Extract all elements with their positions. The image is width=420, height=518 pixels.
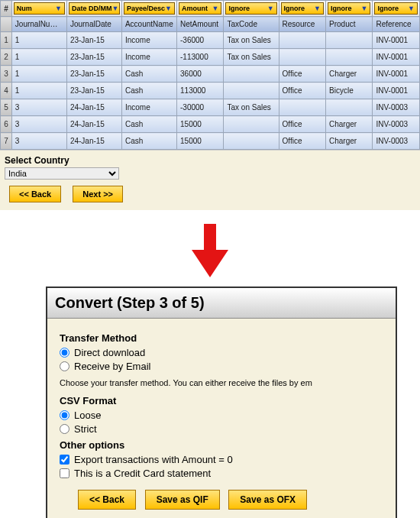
- country-select[interactable]: India: [5, 167, 119, 180]
- column-header: Reference: [373, 17, 420, 32]
- cell: 23-Jan-15: [66, 66, 121, 83]
- cell: 24-Jan-15: [66, 133, 121, 150]
- cell: 113000: [177, 83, 224, 99]
- save-ofx-button[interactable]: Save as OFX: [228, 490, 307, 510]
- cell: [326, 99, 373, 116]
- cell: INV-0001: [373, 83, 420, 99]
- chevron-down-icon: ▼: [212, 5, 219, 12]
- cell: 15000: [177, 133, 224, 150]
- cell: [224, 116, 279, 133]
- column-mapping-dropdown[interactable]: Amount▼: [179, 2, 221, 15]
- select-country-label: Select Country: [5, 155, 415, 166]
- country-panel: Select Country India << Back Next >>: [0, 150, 420, 210]
- cell: -113000: [177, 49, 224, 66]
- cell: [224, 66, 279, 83]
- cell: INV-0003: [373, 99, 420, 116]
- step3-back-button[interactable]: << Back: [78, 490, 136, 510]
- chevron-down-icon: ▼: [267, 5, 274, 12]
- cell: 3: [11, 99, 66, 116]
- cell: 3: [11, 116, 66, 133]
- cell: 23-Jan-15: [66, 32, 121, 49]
- cell: Cash: [121, 133, 176, 150]
- credit-card-checkbox[interactable]: [60, 468, 69, 478]
- cell: 1: [11, 32, 66, 49]
- chevron-down-icon: ▼: [314, 5, 321, 12]
- chevron-down-icon: ▼: [111, 5, 118, 12]
- column-header: Product: [326, 17, 373, 32]
- cell: Office: [279, 83, 325, 99]
- chevron-down-icon: ▼: [55, 5, 62, 12]
- cell: INV-0003: [373, 116, 420, 133]
- column-mapping-dropdown[interactable]: Num▼: [14, 2, 65, 15]
- cell: Income: [121, 49, 176, 66]
- flow-arrow: [0, 210, 420, 287]
- csv-loose-label: Loose: [74, 410, 101, 421]
- header-blank: [1, 17, 12, 32]
- column-mapping-dropdown[interactable]: Ignore▼: [328, 2, 370, 15]
- column-header: NetAmount: [177, 17, 224, 32]
- table-row: 5324-Jan-15Income-30000Tax on SalesINV-0…: [1, 99, 420, 116]
- cell: INV-0001: [373, 49, 420, 66]
- column-mapping-dropdown[interactable]: Payee/Desc▼: [124, 2, 175, 15]
- next-button[interactable]: Next >>: [73, 186, 123, 202]
- row-number: 3: [1, 66, 12, 83]
- row-number: 5: [1, 99, 12, 116]
- cell: [224, 83, 279, 99]
- csv-format-header: CSV Format: [60, 395, 383, 406]
- direct-download-radio[interactable]: [60, 348, 69, 358]
- cell: 23-Jan-15: [66, 83, 121, 99]
- cell: INV-0001: [373, 66, 420, 83]
- export-zero-amount-checkbox[interactable]: [60, 455, 69, 465]
- table-row: 3123-Jan-15Cash36000OfficeChargerINV-000…: [1, 66, 420, 83]
- cell: [326, 49, 373, 66]
- arrow-down-icon: [192, 224, 228, 277]
- column-mapping-dropdown[interactable]: Ignore▼: [281, 2, 324, 15]
- csv-strict-label: Strict: [74, 423, 97, 435]
- column-header: JournalNumber: [11, 17, 66, 32]
- chevron-down-icon: ▼: [361, 5, 368, 12]
- column-header: AccountName: [121, 17, 176, 32]
- csv-loose-radio[interactable]: [60, 410, 69, 420]
- column-mapping-dropdown[interactable]: Ignore▼: [225, 2, 276, 15]
- save-qif-button[interactable]: Save as QIF: [145, 490, 220, 510]
- receive-email-radio[interactable]: [60, 361, 69, 371]
- cell: 1: [11, 83, 66, 99]
- cell: [279, 99, 325, 116]
- cell: 24-Jan-15: [66, 116, 121, 133]
- transactions-table: # Num▼Date DD/MM▼Payee/Desc▼Amount▼Ignor…: [0, 0, 420, 150]
- csv-strict-radio[interactable]: [60, 424, 69, 434]
- cell: Tax on Sales: [224, 99, 279, 116]
- back-button[interactable]: << Back: [9, 186, 61, 202]
- cell: 24-Jan-15: [66, 99, 121, 116]
- other-options-header: Other options: [60, 439, 383, 451]
- cell: [279, 32, 325, 49]
- cell: 36000: [177, 66, 224, 83]
- convert-step3-panel: Convert (Step 3 of 5) Transfer Method Di…: [46, 287, 397, 518]
- receive-email-label: Receive by Email: [74, 361, 150, 372]
- row-number: 6: [1, 116, 12, 133]
- cell: Cash: [121, 116, 176, 133]
- cell: Cash: [121, 66, 176, 83]
- column-mapping-dropdown[interactable]: Date DD/MM▼: [69, 2, 120, 15]
- cell: [224, 133, 279, 150]
- column-mapping-dropdown[interactable]: Ignore▼: [374, 2, 418, 15]
- cell: INV-0003: [373, 133, 420, 150]
- cell: Office: [279, 133, 325, 150]
- cell: Charger: [326, 66, 373, 83]
- cell: Income: [121, 99, 176, 116]
- table-row: 6324-Jan-15Cash15000OfficeChargerINV-000…: [1, 116, 420, 133]
- column-mapping-hash: #: [1, 1, 12, 17]
- direct-download-label: Direct download: [74, 347, 145, 358]
- table-row: 1123-Jan-15Income-36000Tax on SalesINV-0…: [1, 32, 420, 49]
- cell: Tax on Sales: [224, 49, 279, 66]
- cell: 3: [11, 133, 66, 150]
- column-header: JournalDate: [66, 17, 121, 32]
- step3-title: Convert (Step 3 of 5): [47, 288, 396, 319]
- export-zero-amount-label: Export transactions with Amount = 0: [74, 454, 233, 465]
- cell: Cash: [121, 83, 176, 99]
- credit-card-label: This is a Credit Card statement: [74, 468, 211, 479]
- chevron-down-icon: ▼: [408, 5, 415, 12]
- row-number: 1: [1, 32, 12, 49]
- transfer-method-header: Transfer Method: [60, 332, 383, 344]
- cell: [326, 32, 373, 49]
